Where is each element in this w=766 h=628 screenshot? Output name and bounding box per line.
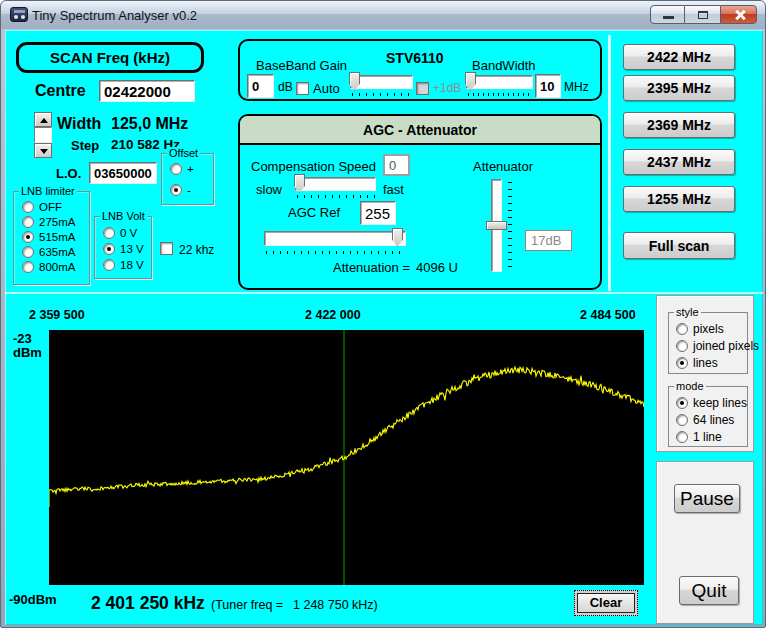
radio-style-joined-pixels[interactable]: joined pixels [676,339,759,353]
section-divider-vertical [608,35,611,291]
radio-circle [22,216,34,228]
radio-lnb-635[interactable]: 635mA [22,246,75,258]
radio-volt-13[interactable]: 13 V [103,243,144,255]
radio-style-lines[interactable]: lines [676,356,718,370]
radio-circle [676,323,688,335]
radio-circle [103,227,115,239]
radio-lnb-800[interactable]: 800mA [22,261,75,273]
preset-2395-button[interactable]: 2395 MHz [623,75,735,101]
radio-volt-18[interactable]: 18 V [103,259,144,271]
radio-circle [676,431,688,443]
radio-volt-0[interactable]: 0 V [103,227,137,239]
radio-offset-plus[interactable]: + [170,163,194,175]
bandwidth-unit: MHz [564,80,589,94]
centre-input[interactable] [99,80,195,102]
radio-circle [103,243,115,255]
radio-circle [676,397,688,409]
bandwidth-slider-ticks [468,93,532,96]
maximize-icon [698,11,708,19]
freq-label-center: 2 422 000 [305,308,361,322]
pause-button[interactable]: Pause [674,484,740,513]
mode-group-label: mode [674,380,706,392]
lnb-volt-label: LNB Volt [100,210,147,222]
attenuator-value: 17dB [525,230,572,251]
minimize-icon [663,16,674,19]
agc-ref-ticks [266,251,406,254]
spectrum-plot[interactable] [49,330,644,585]
app-icon [10,7,28,22]
comp-speed-slider[interactable] [295,177,376,191]
attenuator-label: Attenuator [473,159,533,174]
offset-group-label: Offset [167,147,200,159]
gain-unit: dB [278,80,293,94]
level-bottom-label: -90dBm [9,592,57,607]
radio-circle [676,357,688,369]
agc-ref-input[interactable] [360,201,396,225]
radio-mode-keep-lines[interactable]: keep lines [676,396,747,410]
agc-ref-slider[interactable] [264,231,406,246]
radio-circle [22,231,34,243]
lo-label: L.O. [56,166,81,181]
freq-label-left: 2 359 500 [29,308,85,322]
scan-freq-button[interactable]: SCAN Freq (kHz) [16,42,204,73]
clear-button-focus-ring: Clear [574,590,638,616]
preset-2369-button[interactable]: 2369 MHz [623,112,735,138]
bandwidth-input[interactable] [535,74,561,98]
attenuation-label: Attenuation = [333,260,410,275]
clear-button[interactable]: Clear [577,593,635,613]
full-scan-button[interactable]: Full scan [623,232,735,259]
spinner-track[interactable] [34,127,52,143]
spinner-up-button[interactable] [34,112,52,127]
radio-circle [22,246,34,258]
preset-2437-button[interactable]: 2437 MHz [623,149,735,175]
radio-circle [676,414,688,426]
minimize-button[interactable] [650,5,685,24]
lnb-limiter-label: LNB limiter [19,185,77,197]
lnb-limiter-group: LNB limiter OFF 275mA 515mA 635mA 800mA [13,191,90,285]
style-group-label: style [674,306,701,318]
bandwidth-slider[interactable] [466,75,533,89]
radio-mode-64-lines[interactable]: 64 lines [676,413,734,427]
comp-speed-input[interactable] [383,154,410,176]
up-arrow-icon [40,118,48,123]
attenuator-slider-thumb[interactable] [486,221,507,230]
marker-frequency: 2 401 250 kHz [91,593,205,614]
level-top-label: -23 [13,331,32,346]
radio-circle [103,259,115,271]
width-value: 125,0 MHz [111,115,188,133]
22khz-checkbox[interactable] [160,242,173,255]
22khz-label: 22 khz [179,243,214,257]
spectrum-trace-svg [49,330,644,585]
radio-lnb-275[interactable]: 275mA [22,216,75,228]
freq-label-right: 2 484 500 [580,308,636,322]
title-bar[interactable]: Tiny Spectrum Analyser v0.2 [1,1,765,29]
plus1db-checkbox[interactable] [416,82,429,95]
close-icon [735,10,745,20]
agc-title: AGC - Attenuator [240,116,600,145]
maximize-button[interactable] [685,5,720,24]
control-buttons-panel: Pause Quit [656,461,754,624]
section-divider-horizontal [5,292,763,294]
auto-checkbox[interactable] [296,82,309,95]
radio-circle [22,201,34,213]
radio-offset-minus[interactable]: - [170,184,191,196]
window-controls [650,5,757,24]
spinner-down-button[interactable] [34,143,52,158]
radio-lnb-off[interactable]: OFF [22,201,62,213]
preset-1255-button[interactable]: 1255 MHz [623,186,735,212]
display-options-panel: style pixels joined pixels lines mode [656,295,754,452]
lo-input[interactable] [89,162,157,184]
radio-circle [676,340,688,352]
client-area: SCAN Freq (kHz) Centre Width 125,0 MHz S… [5,30,763,625]
radio-mode-1-line[interactable]: 1 line [676,430,722,444]
offset-group: Offset + - [161,153,214,205]
close-button[interactable] [720,5,757,24]
tuner-freq-value: 1 248 750 kHz) [293,598,378,612]
radio-lnb-515[interactable]: 515mA [22,231,75,243]
quit-button[interactable]: Quit [679,576,739,605]
preset-2422-button[interactable]: 2422 MHz [623,44,735,70]
agc-ref-label: AGC Ref [288,205,340,220]
mode-group: mode keep lines 64 lines 1 line [668,386,748,447]
radio-style-pixels[interactable]: pixels [676,322,724,336]
gain-input[interactable] [247,74,274,98]
